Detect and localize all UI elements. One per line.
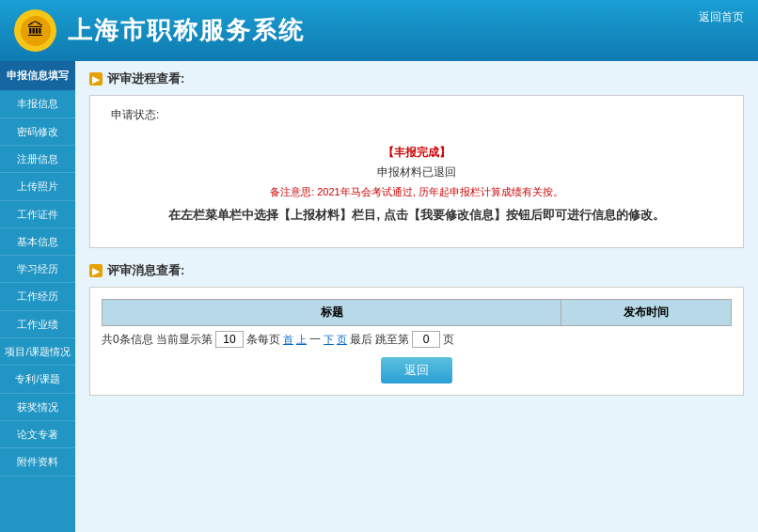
sidebar-item-shangchuanzhaopian[interactable]: 上传照片 bbox=[0, 173, 75, 200]
logo-icon: 🏛 bbox=[21, 16, 51, 46]
status-block: 【丰报完成】 申报材料已退回 备注意思: 2021年马会考试通过, 历年起申报栏… bbox=[102, 140, 732, 236]
sidebar-item-fujianziLiao[interactable]: 附件资料 bbox=[0, 448, 75, 476]
header: 🏛 上海市职称服务系统 返回首页 bbox=[0, 0, 758, 61]
back-home-link[interactable]: 返回首页 bbox=[699, 9, 744, 25]
section-progress-title: ▶ 评审进程查看: bbox=[89, 70, 744, 87]
sidebar-item-mimaXiugai[interactable]: 密码修改 bbox=[0, 118, 75, 146]
pagination: 共0条信息 当前显示第 条每页 首 上 一 下 页 最后 跳至第 页 bbox=[102, 331, 732, 348]
sidebar-item-zhucexinxi[interactable]: 注册信息 bbox=[0, 146, 75, 173]
last-page-link[interactable]: 页 bbox=[337, 333, 347, 347]
pagination-prefix: 共0条信息 当前显示第 bbox=[102, 332, 213, 348]
messages-content-box: 标题 发布时间 共0条信息 当前显示第 条每页 首 上 一 下 页 最后 跳至第 bbox=[89, 287, 744, 396]
first-page-link[interactable]: 首 bbox=[283, 333, 293, 347]
col-title-header: 标题 bbox=[103, 300, 561, 325]
section-messages: ▶ 评审消息查看: 标题 发布时间 共0条信息 当前显示第 条每页 首 上 一 … bbox=[89, 262, 744, 396]
section-messages-title: ▶ 评审消息查看: bbox=[89, 262, 744, 279]
sidebar-item-huojiangqingkuang[interactable]: 获奖情况 bbox=[0, 394, 75, 421]
pagination-last2: 最后 bbox=[350, 332, 372, 348]
next-page-link[interactable]: 下 bbox=[324, 333, 334, 347]
status-tag: 【丰报完成】 bbox=[106, 145, 727, 161]
sidebar: 申报信息填写 丰报信息 密码修改 注册信息 上传照片 工作证件 基本信息 学习经… bbox=[0, 61, 75, 532]
logo: 🏛 bbox=[14, 9, 56, 52]
sidebar-item-gongzuojingli[interactable]: 工作经历 bbox=[0, 283, 75, 310]
progress-content-box: 申请状态: 【丰报完成】 申报材料已退回 备注意思: 2021年马会考试通过, … bbox=[89, 95, 744, 248]
sidebar-item-lunwenzhuanzhu[interactable]: 论文专著 bbox=[0, 421, 75, 448]
sidebar-item-gongzuoyeji[interactable]: 工作业绩 bbox=[0, 311, 75, 338]
sidebar-item-xuexijingli[interactable]: 学习经历 bbox=[0, 256, 75, 283]
sidebar-item-shenbaoxinxi[interactable]: 丰报信息 bbox=[0, 90, 75, 117]
main-layout: 申报信息填写 丰报信息 密码修改 注册信息 上传照片 工作证件 基本信息 学习经… bbox=[0, 61, 758, 532]
section-icon-1: ▶ bbox=[89, 72, 103, 86]
button-container: 返回 bbox=[102, 357, 732, 383]
sidebar-item-xiangmuketiqingkuang[interactable]: 项目/课题情况 bbox=[0, 338, 75, 366]
prev-page-link[interactable]: 上 bbox=[296, 333, 307, 347]
back-button[interactable]: 返回 bbox=[381, 357, 452, 383]
section-icon-2: ▶ bbox=[89, 264, 103, 277]
info-text: 在左栏菜单栏中选择【上报材料】栏目, 点击【我要修改信息】按钮后即可进行信息的修… bbox=[106, 207, 727, 224]
status-sub: 申报材料已退回 bbox=[106, 164, 727, 180]
section-progress: ▶ 评审进程查看: 申请状态: 【丰报完成】 申报材料已退回 备注意思: 202… bbox=[89, 70, 744, 248]
sidebar-item-gongzuozhengjian[interactable]: 工作证件 bbox=[0, 201, 75, 228]
sidebar-item-zhuanliketi[interactable]: 专利/课题 bbox=[0, 366, 75, 393]
per-page-suffix: 条每页 bbox=[246, 332, 280, 348]
col-time-header: 发布时间 bbox=[561, 300, 731, 325]
notice-text: 备注意思: 2021年马会考试通过, 历年起申报栏计算成绩有关按。 bbox=[106, 185, 727, 199]
page-num-input[interactable] bbox=[412, 331, 440, 348]
content-area: ▶ 评审进程查看: 申请状态: 【丰报完成】 申报材料已退回 备注意思: 202… bbox=[75, 61, 758, 532]
pagination-sep1: 一 bbox=[309, 332, 321, 348]
pagination-page-suffix: 页 bbox=[443, 332, 454, 348]
table-header: 标题 发布时间 bbox=[102, 299, 732, 326]
app-title: 上海市职称服务系统 bbox=[68, 14, 305, 47]
pagination-jump-label: 跳至第 bbox=[375, 332, 409, 348]
status-label: 申请状态: bbox=[106, 107, 159, 123]
status-row: 申请状态: bbox=[102, 107, 732, 133]
sidebar-item-jibexinxi[interactable]: 基本信息 bbox=[0, 228, 75, 256]
per-page-input[interactable] bbox=[215, 331, 244, 348]
sidebar-header: 申报信息填写 bbox=[0, 61, 75, 90]
